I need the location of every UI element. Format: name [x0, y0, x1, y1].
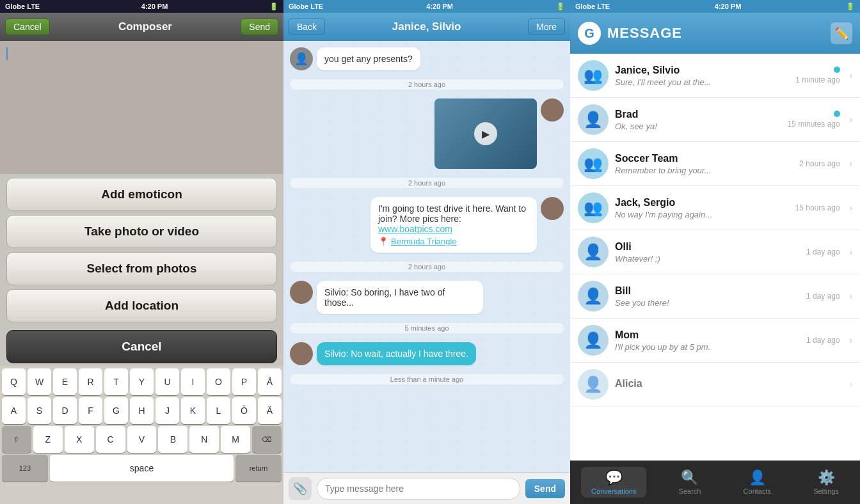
key-space[interactable]: space	[50, 455, 234, 482]
person-icon-brad: 👤	[584, 111, 603, 129]
composer-title: Composer	[118, 20, 172, 33]
key-v[interactable]: V	[127, 426, 157, 453]
chevron-icon-7: ›	[849, 335, 852, 346]
convo-name-alicia: Alicia	[615, 378, 840, 390]
message-silvio-1: Silvio: So boring, I have two of those..…	[290, 281, 564, 314]
convo-item-soccer-team[interactable]: 👥 Soccer Team Remember to bring your... …	[570, 142, 860, 186]
key-c[interactable]: C	[96, 426, 125, 453]
person-icon-mom: 👤	[584, 331, 603, 349]
key-d[interactable]: D	[53, 397, 77, 424]
keyboard-row-3: ⇧ Z X C V B N M ⌫	[2, 426, 282, 453]
key-r[interactable]: R	[79, 368, 102, 395]
key-i[interactable]: I	[181, 368, 205, 395]
avatar-olli: 👤	[578, 237, 609, 267]
convo-time-mom: 1 day ago	[806, 336, 840, 345]
group-icon-jack: 👥	[584, 199, 603, 217]
key-y[interactable]: Y	[130, 368, 154, 395]
conversations-tab-icon: 💬	[605, 469, 623, 486]
key-return[interactable]: return	[235, 455, 282, 482]
convo-item-mom[interactable]: 👤 Mom I'll pick you up by at 5 pm. 1 day…	[570, 319, 860, 363]
convos-navbar: G MESSAGE ✏️	[570, 13, 860, 54]
more-button[interactable]: More	[528, 19, 565, 35]
message-video: ▶	[290, 98, 564, 169]
convo-item-brad[interactable]: 👤 Brad Ok, see ya! 15 minutes ago ›	[570, 98, 860, 142]
key-s[interactable]: S	[28, 397, 51, 424]
convo-preview-olli: Whatever! ;)	[615, 254, 800, 264]
key-backspace[interactable]: ⌫	[252, 426, 282, 453]
convo-name-janice-silvio: Janice, Silvio	[615, 65, 789, 76]
key-g[interactable]: G	[104, 397, 128, 424]
key-t[interactable]: T	[104, 368, 128, 395]
keyboard: Q W E R T Y U I O P Å A S D F G H J K L …	[0, 366, 283, 504]
chat-title: Janice, Silvio	[392, 20, 461, 33]
cancel-action-button[interactable]: Cancel	[6, 330, 277, 363]
back-button[interactable]: Back	[289, 19, 325, 35]
key-f[interactable]: F	[79, 397, 102, 424]
convo-preview-mom: I'll pick you up by at 5 pm.	[615, 342, 800, 352]
avatar-jack-sergio: 👥	[578, 193, 609, 223]
key-aa[interactable]: Å	[258, 368, 282, 395]
key-u[interactable]: U	[155, 368, 179, 395]
select-photos-button[interactable]: Select from photos	[6, 252, 277, 285]
compose-button[interactable]: ✏️	[831, 22, 852, 44]
avatar-janice-silvio: 👥	[578, 60, 609, 91]
key-o[interactable]: O	[207, 368, 230, 395]
convo-item-alicia[interactable]: 👤 Alicia ›	[570, 363, 860, 407]
location-name[interactable]: Bermuda Triangle	[391, 237, 457, 246]
key-l[interactable]: L	[207, 397, 230, 424]
key-ae[interactable]: Ä	[258, 397, 282, 424]
convo-item-bill[interactable]: 👤 Bill See you there! 1 day ago ›	[570, 274, 860, 319]
key-oe[interactable]: Ö	[232, 397, 256, 424]
add-location-button[interactable]: Add location	[6, 289, 277, 322]
person-icon-bill: 👤	[584, 287, 603, 305]
app-logo: G	[578, 22, 601, 45]
tab-settings[interactable]: ⚙️ Settings	[803, 467, 849, 498]
take-photo-button[interactable]: Take photo or video	[6, 215, 277, 248]
chevron-icon-2: ›	[849, 114, 852, 125]
play-button[interactable]: ▶	[474, 122, 497, 145]
convo-item-janice-silvio[interactable]: 👥 Janice, Silvio Sure, I'll meet you at …	[570, 54, 860, 98]
key-j[interactable]: J	[155, 397, 179, 424]
convo-preview-brad: Ok, see ya!	[615, 122, 781, 131]
key-h[interactable]: H	[130, 397, 154, 424]
convo-item-olli[interactable]: 👤 Olli Whatever! ;) 1 day ago ›	[570, 230, 860, 274]
add-emoticon-button[interactable]: Add emoticon	[6, 178, 277, 211]
convo-info-mom: Mom I'll pick you up by at 5 pm.	[615, 329, 800, 352]
tab-search[interactable]: 🔍 Search	[669, 467, 712, 498]
boat-link[interactable]: www.boatpics.com	[378, 224, 452, 234]
key-p[interactable]: P	[232, 368, 256, 395]
key-e[interactable]: E	[53, 368, 77, 395]
avatar-incoming-1: 👤	[290, 47, 313, 70]
key-k[interactable]: K	[181, 397, 205, 424]
key-x[interactable]: X	[65, 426, 94, 453]
key-w[interactable]: W	[28, 368, 51, 395]
tab-conversations[interactable]: 💬 Conversations	[581, 467, 646, 498]
app-title: MESSAGE	[607, 25, 682, 42]
message-input[interactable]	[317, 478, 520, 500]
send-nav-button[interactable]: Send	[241, 19, 278, 35]
key-q[interactable]: Q	[2, 368, 26, 395]
composer-text-area[interactable]	[0, 41, 283, 174]
video-thumbnail[interactable]: ▶	[434, 98, 537, 169]
send-button[interactable]: Send	[525, 479, 565, 498]
avatar-brad: 👤	[578, 104, 609, 135]
convo-name-jack-sergio: Jack, Sergio	[615, 197, 789, 209]
key-a[interactable]: A	[2, 397, 26, 424]
key-n[interactable]: N	[189, 426, 219, 453]
key-b[interactable]: B	[158, 426, 187, 453]
key-123[interactable]: 123	[2, 455, 48, 482]
attach-button[interactable]: 📎	[289, 477, 312, 500]
key-m[interactable]: M	[221, 426, 250, 453]
convo-item-jack-sergio[interactable]: 👥 Jack, Sergio No way I'm paying again..…	[570, 186, 860, 230]
composer-navbar: Cancel Composer Send	[0, 13, 283, 41]
timestamp-text-5: Less than a minute ago	[290, 374, 564, 384]
cancel-nav-button[interactable]: Cancel	[5, 19, 50, 35]
tab-contacts[interactable]: 👤 Contacts	[733, 467, 781, 498]
key-z[interactable]: Z	[33, 426, 63, 453]
convo-name-mom: Mom	[615, 329, 800, 341]
key-shift[interactable]: ⇧	[2, 426, 31, 453]
convo-time-olli: 1 day ago	[806, 248, 840, 256]
conversation-list: 👥 Janice, Silvio Sure, I'll meet you at …	[570, 54, 860, 461]
chevron-icon-6: ›	[849, 290, 852, 302]
status-bar-composer: Globe LTE 4:20 PM 🔋	[0, 0, 283, 13]
